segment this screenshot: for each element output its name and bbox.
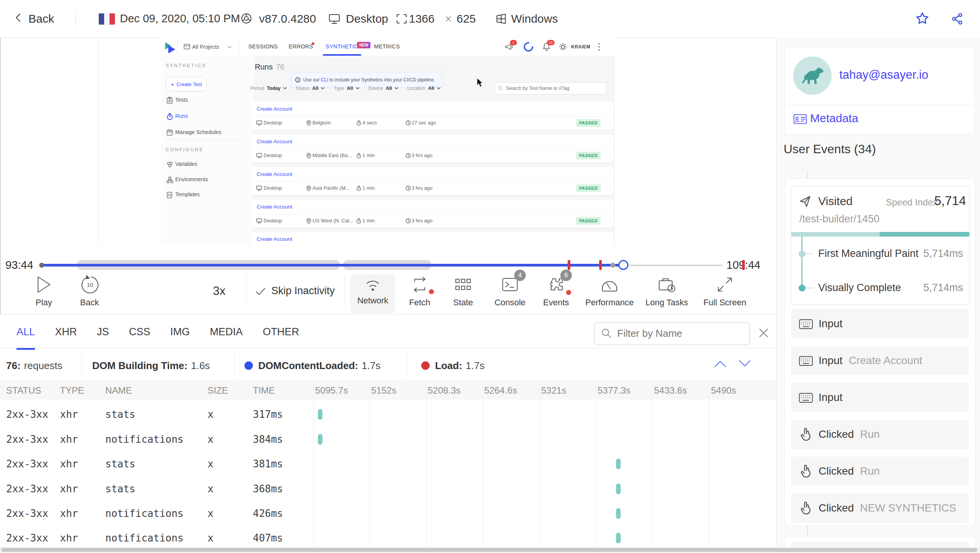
sidebar-item-manage-schedules[interactable]: Manage Schedules [175, 129, 221, 135]
favorite-star-icon[interactable] [915, 12, 929, 25]
visited-event-card[interactable]: Visited Speed Index 5,714 /test-builder/… [791, 186, 970, 305]
tab-all[interactable]: ALL [17, 315, 35, 350]
filter-period[interactable]: Period Today [250, 86, 287, 91]
close-panel-icon[interactable] [758, 327, 769, 339]
app-tab-metrics[interactable]: METRICS [374, 43, 400, 50]
back-button[interactable] [13, 12, 24, 23]
long-tasks-button[interactable]: Long Tasks [643, 273, 691, 308]
error-marker[interactable] [599, 260, 602, 270]
banner-cli-link[interactable]: CLI [321, 77, 328, 83]
sidebar-item-templates[interactable]: Templates [175, 191, 200, 197]
jump-up-icon[interactable] [713, 358, 727, 369]
run-card[interactable]: Create Account Desktop Belgium 4 secs 27… [252, 102, 614, 130]
tab-other[interactable]: OTHER [263, 315, 299, 348]
banner-pre: Use our [303, 77, 320, 83]
console-button[interactable]: 4 Console [489, 273, 531, 308]
playhead[interactable] [618, 260, 628, 270]
run-name-link[interactable]: Create Account [252, 200, 614, 214]
run-search-input[interactable] [505, 83, 605, 94]
skip-inactivity-label[interactable]: Skip Inactivity [271, 285, 335, 297]
run-card[interactable]: Create Account Desktop Middle East (Ba..… [252, 134, 614, 162]
run-card[interactable]: Create Account Desktop Asia Pacific (M..… [252, 167, 614, 195]
filter-location[interactable]: Location All [407, 86, 440, 91]
sidebar-section-synthetics: SYNTHETICS [166, 63, 206, 68]
new-badge: NEW [357, 42, 370, 48]
sidebar-item-runs[interactable]: Runs [175, 113, 188, 119]
bell-icon[interactable]: 13 [542, 42, 551, 51]
event-marker[interactable] [610, 262, 616, 268]
run-name-link[interactable]: Create Account [252, 102, 614, 116]
run-card[interactable]: Create Account Desktop US West (N. Cal..… [252, 200, 614, 228]
tab-img[interactable]: IMG [170, 315, 190, 348]
create-test-button[interactable]: + Create Test [166, 77, 207, 91]
projects-icon [184, 44, 190, 50]
user-menu[interactable]: KRAIEM [571, 44, 590, 50]
full-screen-button[interactable]: Full Screen [702, 273, 748, 308]
back-label: Back [68, 298, 111, 308]
announcements-icon[interactable]: 1 [505, 42, 514, 51]
play-button[interactable]: Play [23, 273, 65, 308]
performance-button[interactable]: Performance [585, 273, 635, 308]
event-card-input[interactable]: Input [791, 309, 969, 338]
event-group-card-next [784, 536, 975, 548]
tab-js[interactable]: JS [97, 315, 109, 348]
sidebar-item-tests[interactable]: Tests [175, 97, 188, 103]
project-selector[interactable]: All Projects [192, 44, 219, 50]
skip-inactivity-check-icon[interactable] [255, 287, 266, 296]
state-button[interactable]: State [442, 273, 484, 308]
gear-icon[interactable] [559, 43, 567, 51]
time-col-3: 5264.6s [484, 385, 517, 396]
back-10s-button[interactable]: 10 Back [68, 273, 111, 308]
event-card-input[interactable]: Input [791, 383, 969, 412]
time-col-0: 5095.7s [315, 385, 348, 396]
event-card-clicked[interactable]: ClickedNEW SYNTHETICS [791, 493, 969, 523]
run-search-box[interactable] [494, 82, 606, 94]
filter-device[interactable]: Device All [369, 86, 398, 91]
network-button[interactable]: Network [350, 274, 395, 313]
sidebar-item-variables[interactable]: Variables [175, 161, 197, 167]
fetch-button[interactable]: Fetch [399, 273, 441, 308]
gridline [426, 380, 427, 547]
app-tab-synthetics[interactable]: SYNTHETICS [326, 43, 362, 50]
horizontal-scrollbar-thumb[interactable] [1, 548, 977, 552]
metadata-button[interactable]: Metadata [810, 112, 858, 125]
cell-type: xhr [60, 409, 78, 420]
run-name-link[interactable]: Create Account [252, 134, 614, 149]
col-type: TYPE [60, 385, 84, 396]
error-marker[interactable] [568, 260, 570, 270]
cell-status: 2xx-3xx [6, 409, 48, 420]
run-name-link[interactable]: Create Account [252, 232, 614, 246]
kebab-menu-icon[interactable] [598, 43, 600, 51]
tab-media[interactable]: MEDIA [210, 315, 243, 348]
replay-viewport: All Projects SESSIONS ERRORS SYNTHETICS … [161, 38, 615, 246]
time-col-2: 5208.3s [428, 385, 460, 396]
divider [246, 275, 246, 307]
event-card-input[interactable]: InputCreate Account [791, 346, 969, 375]
run-card[interactable]: Create Account [252, 232, 614, 246]
app-tab-errors[interactable]: ERRORS [289, 43, 313, 50]
sidebar-item-environments[interactable]: Environments [175, 176, 208, 182]
event-card-clicked[interactable]: ClickedRun [791, 457, 969, 486]
run-when: 3 hrs ago [412, 152, 432, 158]
cell-size: x [208, 434, 214, 445]
user-email[interactable]: tahay@asayer.io [839, 68, 928, 82]
filter-status[interactable]: Status All [296, 86, 324, 91]
filter-by-name-input[interactable] [616, 324, 745, 343]
back-label[interactable]: Back [28, 12, 54, 25]
events-button[interactable]: 6 Events [535, 273, 577, 308]
speed-toggle[interactable]: 3x [213, 284, 226, 298]
manage-schedules-icon [166, 129, 173, 136]
tab-xhr[interactable]: XHR [55, 315, 77, 348]
jump-down-icon[interactable] [738, 358, 752, 369]
app-tab-sessions[interactable]: SESSIONS [248, 43, 278, 50]
filter-box[interactable] [594, 322, 750, 345]
horizontal-scrollbar-track[interactable] [0, 547, 980, 553]
tab-css[interactable]: CSS [129, 315, 151, 348]
stat-value: 1.6s [191, 360, 210, 372]
stage-edge [98, 38, 98, 247]
event-card-clicked[interactable]: ClickedRun [791, 420, 969, 449]
filter-type[interactable]: Type All [334, 86, 359, 91]
share-icon[interactable] [951, 12, 964, 25]
run-name-link[interactable]: Create Account [252, 167, 614, 182]
error-marker-end[interactable] [742, 260, 745, 270]
